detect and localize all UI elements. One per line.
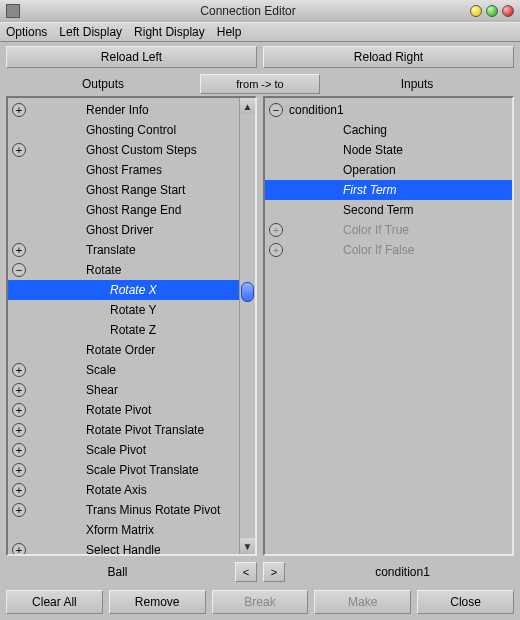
reload-left-button[interactable]: Reload Left (6, 46, 257, 68)
tree-item-label: Second Term (343, 203, 413, 217)
tree-item-label: Rotate Axis (86, 483, 147, 497)
inputs-panel: − condition1 CachingNode StateOperationF… (263, 96, 514, 556)
tree-item-label: Rotate (86, 263, 121, 277)
app-icon (6, 4, 20, 18)
tree-item-label: Color If False (343, 243, 414, 257)
tree-row[interactable]: +Color If True (265, 220, 512, 240)
left-scrollbar[interactable]: ▲ ▼ (239, 98, 255, 554)
menubar: Options Left Display Right Display Help (0, 22, 520, 42)
expand-icon[interactable]: + (12, 463, 26, 477)
expand-icon[interactable]: + (12, 503, 26, 517)
clear-all-button[interactable]: Clear All (6, 590, 103, 614)
outputs-tree[interactable]: +Render InfoGhosting Control+Ghost Custo… (8, 98, 255, 554)
next-button[interactable]: > (263, 562, 285, 582)
panel-header-row: Outputs from -> to Inputs (0, 72, 520, 96)
scroll-thumb[interactable] (241, 282, 254, 302)
titlebar: Connection Editor (0, 0, 520, 22)
tree-item-label: Rotate Pivot (86, 403, 151, 417)
minimize-button[interactable] (470, 5, 482, 17)
collapse-icon[interactable]: − (12, 263, 26, 277)
expand-icon[interactable]: + (269, 223, 283, 237)
reload-right-button[interactable]: Reload Right (263, 46, 514, 68)
scroll-up-icon[interactable]: ▲ (240, 98, 255, 114)
expand-icon[interactable]: + (12, 103, 26, 117)
tree-row[interactable]: +Rotate Axis (8, 480, 255, 500)
prev-button[interactable]: < (235, 562, 257, 582)
tree-row[interactable]: Caching (265, 120, 512, 140)
menu-right-display[interactable]: Right Display (134, 25, 205, 39)
tree-row[interactable]: Xform Matrix (8, 520, 255, 540)
nav-row: Ball < > condition1 (0, 560, 520, 584)
node-header: condition1 (289, 103, 344, 117)
tree-item-label: Scale Pivot (86, 443, 146, 457)
tree-row[interactable]: +Translate (8, 240, 255, 260)
tree-row[interactable]: Rotate Z (8, 320, 255, 340)
tree-item-label: Ghost Range End (86, 203, 181, 217)
expand-icon[interactable]: + (12, 443, 26, 457)
close-button[interactable]: Close (417, 590, 514, 614)
tree-row[interactable]: +Scale Pivot (8, 440, 255, 460)
collapse-icon[interactable]: − (269, 103, 283, 117)
expand-icon[interactable]: + (12, 243, 26, 257)
tree-row[interactable]: +Scale Pivot Translate (8, 460, 255, 480)
tree-row[interactable]: Operation (265, 160, 512, 180)
menu-options[interactable]: Options (6, 25, 47, 39)
tree-item-label: Rotate Z (110, 323, 156, 337)
tree-row[interactable]: Rotate Y (8, 300, 255, 320)
maximize-button[interactable] (486, 5, 498, 17)
tree-row[interactable]: +Trans Minus Rotate Pivot (8, 500, 255, 520)
menu-left-display[interactable]: Left Display (59, 25, 122, 39)
direction-toggle[interactable]: from -> to (200, 74, 320, 94)
tree-row[interactable]: +Select Handle (8, 540, 255, 554)
expand-icon[interactable]: + (269, 243, 283, 257)
expand-icon[interactable]: + (12, 483, 26, 497)
tree-row[interactable]: +Color If False (265, 240, 512, 260)
menu-help[interactable]: Help (217, 25, 242, 39)
make-button[interactable]: Make (314, 590, 411, 614)
tree-item-label: Operation (343, 163, 396, 177)
outputs-panel: +Render InfoGhosting Control+Ghost Custo… (6, 96, 257, 556)
expand-icon[interactable]: + (12, 403, 26, 417)
tree-row[interactable]: +Render Info (8, 100, 255, 120)
tree-row[interactable]: Node State (265, 140, 512, 160)
tree-row[interactable]: First Term (265, 180, 512, 200)
tree-item-label: Xform Matrix (86, 523, 154, 537)
tree-row[interactable]: +Rotate Pivot (8, 400, 255, 420)
tree-row[interactable]: Ghost Driver (8, 220, 255, 240)
bottom-button-row: Clear All Remove Break Make Close (0, 584, 520, 620)
tree-item-label: Scale Pivot Translate (86, 463, 199, 477)
expand-icon[interactable]: + (12, 143, 26, 157)
expand-icon[interactable]: + (12, 383, 26, 397)
tree-row[interactable]: +Scale (8, 360, 255, 380)
tree-row[interactable]: +Ghost Custom Steps (8, 140, 255, 160)
tree-item-label: Shear (86, 383, 118, 397)
tree-row[interactable]: Ghost Frames (8, 160, 255, 180)
tree-row[interactable]: Ghost Range End (8, 200, 255, 220)
tree-row[interactable]: +Shear (8, 380, 255, 400)
expand-icon[interactable]: + (12, 543, 26, 554)
tree-row[interactable]: Ghosting Control (8, 120, 255, 140)
tree-row[interactable]: +Rotate Pivot Translate (8, 420, 255, 440)
reload-row: Reload Left Reload Right (0, 42, 520, 72)
close-window-button[interactable] (502, 5, 514, 17)
inputs-label: Inputs (320, 77, 514, 91)
tree-item-label: Node State (343, 143, 403, 157)
tree-row[interactable]: −Rotate (8, 260, 255, 280)
remove-button[interactable]: Remove (109, 590, 206, 614)
inputs-tree[interactable]: − condition1 CachingNode StateOperationF… (265, 98, 512, 554)
tree-row[interactable]: Second Term (265, 200, 512, 220)
expand-icon[interactable]: + (12, 363, 26, 377)
tree-item-label: Select Handle (86, 543, 161, 554)
tree-item-label: Ghost Driver (86, 223, 153, 237)
tree-row-header[interactable]: − condition1 (265, 100, 512, 120)
window-title: Connection Editor (26, 4, 470, 18)
break-button[interactable]: Break (212, 590, 309, 614)
scroll-down-icon[interactable]: ▼ (240, 538, 255, 554)
tree-row[interactable]: Rotate X (8, 280, 255, 300)
right-node-name: condition1 (291, 565, 514, 579)
tree-item-label: Translate (86, 243, 136, 257)
tree-row[interactable]: Ghost Range Start (8, 180, 255, 200)
tree-row[interactable]: Rotate Order (8, 340, 255, 360)
expand-icon[interactable]: + (12, 423, 26, 437)
tree-item-label: Trans Minus Rotate Pivot (86, 503, 220, 517)
